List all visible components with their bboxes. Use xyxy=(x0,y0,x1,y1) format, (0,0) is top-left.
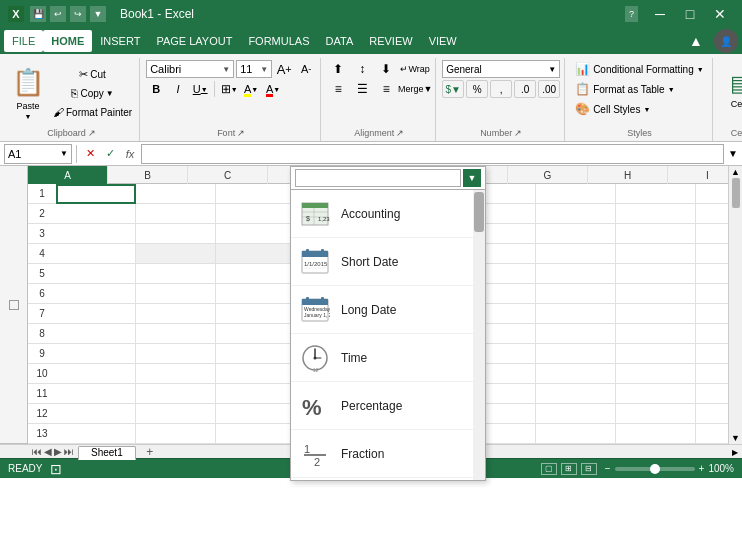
cell-A2[interactable] xyxy=(56,204,136,224)
cell-H5[interactable] xyxy=(616,264,696,284)
dropdown-item-fraction[interactable]: 1 2 Fraction xyxy=(291,430,485,478)
cell-I3[interactable] xyxy=(696,224,728,244)
cell-H10[interactable] xyxy=(616,364,696,384)
cell-H9[interactable] xyxy=(616,344,696,364)
percent-format-button[interactable]: % xyxy=(466,80,488,98)
cell-C11[interactable] xyxy=(216,384,296,404)
cell-I7[interactable] xyxy=(696,304,728,324)
cell-B5[interactable] xyxy=(136,264,216,284)
cell-reference-box[interactable]: A1 ▼ xyxy=(4,144,72,164)
cell-G13[interactable] xyxy=(536,424,616,444)
cell-C6[interactable] xyxy=(216,284,296,304)
cell-A7[interactable] xyxy=(56,304,136,324)
cell-G5[interactable] xyxy=(536,264,616,284)
maximize-button[interactable]: □ xyxy=(676,0,704,28)
align-center-button[interactable]: ☰ xyxy=(351,80,373,98)
col-header-H[interactable]: H xyxy=(588,166,668,184)
format-painter-button[interactable]: 🖌 Format Painter xyxy=(50,103,135,121)
last-sheet-button[interactable]: ⏭ xyxy=(64,446,74,457)
cell-A3[interactable] xyxy=(56,224,136,244)
cells-button[interactable]: ▤ Cells xyxy=(719,60,742,120)
zoom-slider-track[interactable] xyxy=(615,467,695,471)
bold-button[interactable]: B xyxy=(146,80,166,98)
scroll-up-button[interactable]: ▲ xyxy=(730,166,742,178)
cell-I6[interactable] xyxy=(696,284,728,304)
scroll-down-button[interactable]: ▼ xyxy=(730,432,742,444)
underline-button[interactable]: U ▼ xyxy=(190,80,210,98)
col-header-I[interactable]: I xyxy=(668,166,728,184)
cell-A5[interactable] xyxy=(56,264,136,284)
cell-B2[interactable] xyxy=(136,204,216,224)
dropdown-search-button[interactable]: ▼ xyxy=(463,169,481,187)
align-left-button[interactable]: ≡ xyxy=(327,80,349,98)
page-break-view-button[interactable]: ⊟ xyxy=(581,463,597,475)
menu-insert[interactable]: INSERT xyxy=(92,30,148,52)
cell-G3[interactable] xyxy=(536,224,616,244)
cell-C8[interactable] xyxy=(216,324,296,344)
cell-I13[interactable] xyxy=(696,424,728,444)
cell-I2[interactable] xyxy=(696,204,728,224)
decrease-decimal-button[interactable]: .00 xyxy=(538,80,560,98)
customize-icon[interactable]: ▼ xyxy=(90,6,106,22)
cell-C4[interactable] xyxy=(216,244,296,264)
align-right-button[interactable]: ≡ xyxy=(375,80,397,98)
copy-button[interactable]: ⎘ Copy ▼ xyxy=(50,84,135,102)
menu-review[interactable]: REVIEW xyxy=(361,30,420,52)
align-top-button[interactable]: ⬆ xyxy=(327,60,349,78)
cell-I12[interactable] xyxy=(696,404,728,424)
scroll-thumb[interactable] xyxy=(732,178,740,208)
cell-H1[interactable] xyxy=(616,184,696,204)
cell-C3[interactable] xyxy=(216,224,296,244)
cell-B9[interactable] xyxy=(136,344,216,364)
cell-I10[interactable] xyxy=(696,364,728,384)
cell-B10[interactable] xyxy=(136,364,216,384)
paste-button[interactable]: 📋 Paste ▼ xyxy=(8,63,48,123)
menu-file[interactable]: FILE xyxy=(4,30,43,52)
wrap-text-button[interactable]: ↵Wrap xyxy=(399,60,431,78)
cancel-formula-button[interactable]: ✕ xyxy=(81,145,99,163)
cell-H11[interactable] xyxy=(616,384,696,404)
cell-C1[interactable] xyxy=(216,184,296,204)
cell-G1[interactable] xyxy=(536,184,616,204)
dropdown-scrollbar-track[interactable] xyxy=(473,190,485,480)
cell-B12[interactable] xyxy=(136,404,216,424)
insert-function-button[interactable]: fx xyxy=(121,145,139,163)
dropdown-item-scientific[interactable]: 10 2 Scientific xyxy=(291,478,485,480)
dropdown-item-short-date[interactable]: 1/1/2015 Short Date xyxy=(291,238,485,286)
menu-formulas[interactable]: FORMULAS xyxy=(240,30,317,52)
zoom-out-button[interactable]: − xyxy=(605,463,611,474)
italic-button[interactable]: I xyxy=(168,80,188,98)
cell-A8[interactable] xyxy=(56,324,136,344)
cell-H12[interactable] xyxy=(616,404,696,424)
font-color-button[interactable]: A ▼ xyxy=(263,80,283,98)
cell-A11[interactable] xyxy=(56,384,136,404)
font-name-selector[interactable]: Calibri ▼ xyxy=(146,60,234,78)
dropdown-search-input[interactable] xyxy=(295,169,461,187)
cell-G10[interactable] xyxy=(536,364,616,384)
cell-A9[interactable] xyxy=(56,344,136,364)
cell-G2[interactable] xyxy=(536,204,616,224)
cell-I1[interactable] xyxy=(696,184,728,204)
confirm-formula-button[interactable]: ✓ xyxy=(101,145,119,163)
cell-C12[interactable] xyxy=(216,404,296,424)
cell-A12[interactable] xyxy=(56,404,136,424)
col-header-G[interactable]: G xyxy=(508,166,588,184)
cell-C9[interactable] xyxy=(216,344,296,364)
cell-B4[interactable] xyxy=(136,244,216,264)
decrease-font-button[interactable]: A- xyxy=(296,60,316,78)
cell-B7[interactable] xyxy=(136,304,216,324)
zoom-slider-thumb[interactable] xyxy=(650,464,660,474)
dropdown-item-accounting[interactable]: $ 1,234 Accounting xyxy=(291,190,485,238)
cell-I5[interactable] xyxy=(696,264,728,284)
cell-C7[interactable] xyxy=(216,304,296,324)
scroll-right-button[interactable]: ▶ xyxy=(728,445,742,459)
cell-H2[interactable] xyxy=(616,204,696,224)
alignment-expand-icon[interactable]: ↗ xyxy=(396,128,404,138)
menu-page-layout[interactable]: PAGE LAYOUT xyxy=(148,30,240,52)
conditional-formatting-button[interactable]: 📊 Conditional Formatting ▼ xyxy=(571,60,708,78)
cell-G6[interactable] xyxy=(536,284,616,304)
undo-icon[interactable]: ↩ xyxy=(50,6,66,22)
cell-G11[interactable] xyxy=(536,384,616,404)
add-sheet-button[interactable]: + xyxy=(140,445,160,459)
dropdown-item-long-date[interactable]: Wednesday, January 1, 2015 Long Date xyxy=(291,286,485,334)
